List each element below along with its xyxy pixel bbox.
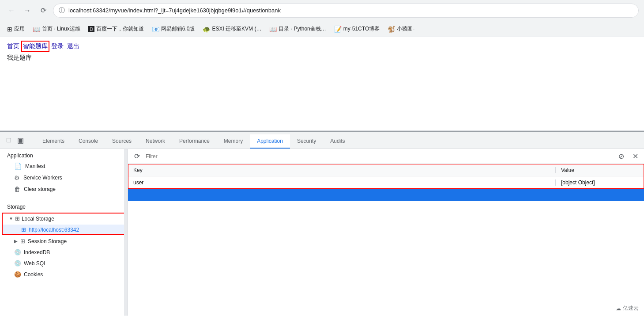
table-header: Key Value xyxy=(128,164,644,176)
bookmark-apps-label: 应用 xyxy=(14,25,25,33)
sidebar-local-storage[interactable]: ▼ ⊞ Local Storage xyxy=(2,213,126,225)
watermark: ☁ 亿速云 xyxy=(616,305,639,312)
bookmark-monkey-label: 小猿圈- xyxy=(397,25,414,33)
table-cell-value: [object Object] xyxy=(556,179,644,186)
device-toolbar-icon[interactable]: ▣ xyxy=(15,135,26,145)
sidebar-service-workers[interactable]: ⚙ Service Workers xyxy=(0,172,128,183)
local-storage-group: ▼ ⊞ Local Storage ⊞ http://localhost:633… xyxy=(2,213,126,235)
browser-toolbar: ← → ⟳ ⓘ localhost:63342/myvue/index.html… xyxy=(0,0,644,21)
page-nav: 首页 智能题库 登录 退出 xyxy=(7,42,637,50)
filter-bar: ⟳ ⊘ ✕ xyxy=(128,149,644,164)
inspect-icon[interactable]: □ xyxy=(4,135,14,145)
tab-performance[interactable]: Performance xyxy=(172,134,217,149)
page-content: 首页 智能题库 登录 退出 我是题库 xyxy=(0,37,644,131)
filter-divider xyxy=(612,153,612,160)
refresh-button[interactable]: ⟳ xyxy=(37,4,49,17)
bookmark-python-icon: 📖 xyxy=(269,26,277,33)
devtools-tabbar: Elements Console Sources Network Perform… xyxy=(0,132,644,149)
bookmark-baidu-icon: 🅱 xyxy=(88,26,94,33)
tab-security[interactable]: Security xyxy=(290,134,323,149)
bookmark-python[interactable]: 📖 目录 · Python全栈… xyxy=(266,23,329,34)
session-storage-arrow-icon: ▶ xyxy=(14,239,18,244)
devtools-body: Application 📄 Manifest ⚙ Service Workers… xyxy=(0,149,644,316)
bookmark-esxi[interactable]: 🐢 ESXI 迁移至KVM (… xyxy=(199,23,265,34)
service-workers-icon: ⚙ xyxy=(14,174,20,181)
local-storage-grid-icon: ⊞ xyxy=(15,215,20,222)
bookmark-baidu[interactable]: 🅱 百度一下，你就知道 xyxy=(85,23,147,34)
table-header-outline: Key Value user [object Object] xyxy=(128,164,644,189)
filter-refresh-button[interactable]: ⟳ xyxy=(132,151,142,162)
forward-button[interactable]: → xyxy=(21,4,34,17)
clear-storage-icon: 🗑 xyxy=(14,186,20,193)
sidebar-app-title: Application xyxy=(0,149,128,160)
bookmarks-bar: ⊞ 应用 📖 首页 · Linux运维 🅱 百度一下，你就知道 📧 网易邮箱6.… xyxy=(0,21,644,37)
expand-arrow-icon: ▼ xyxy=(9,216,13,221)
sidebar-websql[interactable]: 💿 Web SQL xyxy=(0,258,128,269)
indexeddb-icon: 💿 xyxy=(14,249,21,256)
address-bar[interactable]: ⓘ localhost:63342/myvue/index.html?_ijt=… xyxy=(53,4,639,18)
devtools-main: ⟳ ⊘ ✕ Key Value user [object Objec xyxy=(128,149,644,316)
watermark-text: 亿速云 xyxy=(623,305,639,312)
bookmark-blog[interactable]: 📝 my-51CTO博客 xyxy=(331,23,383,34)
manifest-icon: 📄 xyxy=(14,163,22,170)
storage-section: Storage ▼ ⊞ Local Storage ⊞ http://local… xyxy=(0,200,128,280)
page-main-text: 我是题库 xyxy=(7,54,637,62)
sidebar-local-storage-label: Local Storage xyxy=(22,216,54,222)
sidebar-cookies-label: Cookies xyxy=(24,271,43,278)
security-icon: ⓘ xyxy=(59,7,65,15)
bookmark-esxi-label: ESXI 迁移至KVM (… xyxy=(212,25,261,33)
tab-elements[interactable]: Elements xyxy=(35,134,72,149)
devtools-sidebar: Application 📄 Manifest ⚙ Service Workers… xyxy=(0,149,128,316)
sidebar-cookies[interactable]: 🍪 Cookies xyxy=(0,269,128,280)
filter-clear-button[interactable]: ✕ xyxy=(630,151,640,162)
table-row[interactable]: user [object Object] xyxy=(128,176,644,189)
devtools-icon-bar: □ ▣ xyxy=(0,132,29,149)
bookmark-email[interactable]: 📧 网易邮箱6.0版 xyxy=(148,23,199,34)
nav-home[interactable]: 首页 xyxy=(7,42,19,50)
bookmark-esxi-icon: 🐢 xyxy=(203,26,210,33)
sidebar-storage-title: Storage xyxy=(0,200,128,212)
nav-logout[interactable]: 退出 xyxy=(67,42,79,50)
table-cell-key: user xyxy=(128,179,556,186)
tab-console[interactable]: Console xyxy=(72,134,105,149)
sidebar-scrollbar[interactable] xyxy=(124,149,128,316)
bookmark-email-label: 网易邮箱6.0版 xyxy=(161,25,195,33)
url-text: localhost:63342/myvue/index.html?_ijt=7u… xyxy=(68,7,633,14)
filter-input[interactable] xyxy=(146,153,608,160)
tab-memory[interactable]: Memory xyxy=(217,134,250,149)
bookmark-linux-label: 首页 · Linux运维 xyxy=(42,25,80,33)
sidebar-clear-storage-label: Clear storage xyxy=(24,186,56,192)
table-header-value: Value xyxy=(556,167,644,173)
bookmark-blog-label: my-51CTO博客 xyxy=(343,25,380,33)
sidebar-local-storage-url[interactable]: ⊞ http://localhost:63342 xyxy=(2,225,126,235)
sidebar-clear-storage[interactable]: 🗑 Clear storage xyxy=(0,183,128,195)
sidebar-indexeddb-label: IndexedDB xyxy=(24,249,50,256)
apps-icon: ⊞ xyxy=(7,26,12,33)
session-storage-grid-icon: ⊞ xyxy=(20,238,25,244)
storage-table: Key Value user [object Object] xyxy=(128,164,644,316)
devtools-panel: Elements Console Sources Network Perform… xyxy=(0,131,644,316)
bookmark-monkey[interactable]: 🐒 小猿圈- xyxy=(384,23,418,34)
watermark-icon: ☁ xyxy=(616,305,621,312)
sidebar-local-storage-url-label: http://localhost:63342 xyxy=(29,227,79,233)
sidebar-session-storage-label: Session Storage xyxy=(28,238,67,244)
back-button[interactable]: ← xyxy=(5,4,18,17)
sidebar-indexeddb[interactable]: 💿 IndexedDB xyxy=(0,247,128,258)
bookmark-python-label: 目录 · Python全栈… xyxy=(279,25,326,33)
bookmark-linux-icon: 📖 xyxy=(33,26,40,33)
bookmark-apps[interactable]: ⊞ 应用 xyxy=(4,23,28,34)
nav-login[interactable]: 登录 xyxy=(51,42,64,50)
tab-network[interactable]: Network xyxy=(139,134,172,149)
tab-sources[interactable]: Sources xyxy=(105,134,139,149)
table-row-selected[interactable] xyxy=(128,189,644,201)
tab-application[interactable]: Application xyxy=(250,134,290,149)
filter-block-button[interactable]: ⊘ xyxy=(616,151,626,162)
table-header-key: Key xyxy=(128,167,556,173)
bookmark-blog-icon: 📝 xyxy=(334,26,342,33)
sidebar-manifest[interactable]: 📄 Manifest xyxy=(0,160,128,172)
sidebar-session-storage[interactable]: ▶ ⊞ Session Storage xyxy=(0,236,128,247)
tab-audits[interactable]: Audits xyxy=(323,134,352,149)
bookmark-linux[interactable]: 📖 首页 · Linux运维 xyxy=(29,23,84,34)
nav-question[interactable]: 智能题库 xyxy=(23,42,48,50)
cookies-icon: 🍪 xyxy=(14,271,21,278)
